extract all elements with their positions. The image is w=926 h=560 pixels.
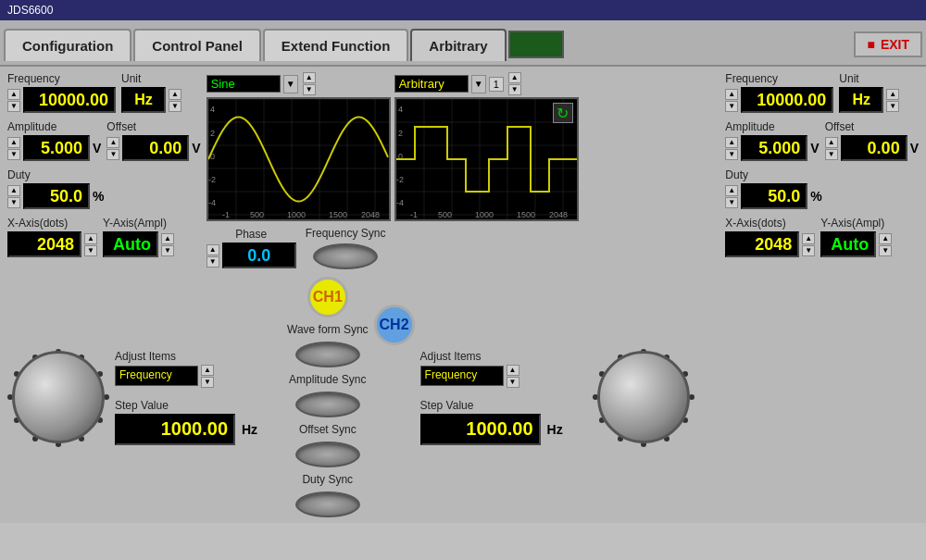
ch1-amp-unit: V	[93, 141, 101, 156]
ch1-adjust-label: Adjust Items	[115, 350, 282, 363]
ch2-freq-down[interactable]: ▼	[725, 101, 738, 112]
ch1-duty-down[interactable]: ▼	[7, 197, 20, 208]
ch2-adjust-up[interactable]: ▲	[507, 365, 519, 376]
ch2-adjust-label: Adjust Items	[420, 350, 587, 363]
ch1-unit-spinner[interactable]: ▲ ▼	[169, 89, 181, 112]
ch2-unit-up[interactable]: ▲	[886, 89, 899, 100]
ch2-step-unit: Hz	[547, 422, 563, 437]
ch1-knob[interactable]	[12, 351, 105, 443]
ch2-xaxis-up[interactable]: ▲	[802, 233, 815, 244]
ch2-offset-up[interactable]: ▲	[825, 137, 838, 148]
ch1-yaxis-label: Y-Axis(Ampl)	[103, 217, 174, 230]
center-sync-area: CH1 Wave form Sync Amplitude Sync Offset…	[287, 277, 369, 517]
graph1-waveform-dropdown[interactable]: Sine	[206, 75, 281, 93]
graph1-display	[206, 97, 391, 221]
phase-down[interactable]: ▼	[206, 256, 219, 268]
ch2-amp-spinner[interactable]: ▲ ▼	[725, 137, 738, 160]
ch1-amp-up[interactable]: ▲	[7, 137, 20, 148]
ch2-freq-spinner[interactable]: ▲ ▼	[725, 89, 738, 112]
ch1-offset-down[interactable]: ▼	[106, 149, 119, 160]
graph2-nav-spinner[interactable]: ▲ ▼	[508, 72, 521, 95]
graph1-dropdown-arrow[interactable]: ▼	[283, 75, 298, 93]
graph1-nav-spinner[interactable]: ▲ ▼	[303, 72, 316, 95]
ch2-amp-down[interactable]: ▼	[725, 149, 738, 160]
ch1-knob-container[interactable]	[7, 346, 109, 448]
ch2-knob[interactable]	[597, 351, 690, 443]
phase-label: Phase	[235, 228, 267, 241]
ch1-duty-spinner[interactable]: ▲ ▼	[7, 185, 20, 208]
offset-sync-button[interactable]	[295, 442, 360, 467]
freq-sync-button[interactable]	[313, 243, 378, 269]
duty-sync-label: Duty Sync	[302, 473, 353, 486]
ch2-block: Frequency ▲ ▼ 10000.00 Unit Hz ▲	[725, 72, 919, 257]
ch2-unit-down[interactable]: ▼	[886, 101, 899, 112]
ch1-xaxis-up[interactable]: ▲	[84, 233, 97, 244]
ch2-amp-up[interactable]: ▲	[725, 137, 738, 148]
ch2-offset-spinner[interactable]: ▲ ▼	[825, 137, 838, 160]
tab-configuration[interactable]: Configuration	[4, 29, 131, 61]
ch2-freq-unit: Hz	[839, 87, 883, 113]
ch2-xaxis-spinner[interactable]: ▲ ▼	[802, 233, 815, 256]
ch1-offset-label: Offset	[106, 120, 200, 133]
ch1-offset-spinner[interactable]: ▲ ▼	[106, 137, 119, 160]
ch1-xaxis-down[interactable]: ▼	[84, 245, 97, 256]
ch1-adjust-up[interactable]: ▲	[201, 365, 214, 376]
ch2-adjust-block: Adjust Items Frequency ▲ ▼ Step Value 10…	[420, 350, 587, 445]
ch1-freq-spinner[interactable]: ▲ ▼	[7, 89, 20, 112]
ch2-yaxis-down[interactable]: ▼	[879, 245, 892, 256]
ch1-xaxis-spinner[interactable]: ▲ ▼	[84, 233, 97, 256]
graph2-waveform-dropdown[interactable]: Arbitrary	[394, 75, 469, 93]
amp-sync-button[interactable]	[295, 392, 360, 417]
ch2-step-label: Step Value	[420, 399, 587, 412]
graph1-nav-down[interactable]: ▼	[303, 84, 316, 95]
ch1-block: Frequency ▲ ▼ 10000.00 Unit Hz ▲	[7, 72, 201, 257]
ch1-step-display: 1000.00	[115, 414, 235, 445]
ch2-duty-down[interactable]: ▼	[725, 197, 738, 208]
ch1-yaxis-spinner[interactable]: ▲ ▼	[161, 233, 174, 256]
graph2-nav-up[interactable]: ▲	[508, 72, 521, 83]
ch1-freq-display: 10000.00	[23, 87, 116, 113]
graph2-dropdown-arrow[interactable]: ▼	[471, 75, 486, 93]
ch2-unit-spinner[interactable]: ▲ ▼	[886, 89, 899, 112]
graph1-container: Sine ▼ ▲ ▼	[206, 72, 391, 221]
ch1-duty-up[interactable]: ▲	[7, 185, 20, 196]
ch2-adjust-dropdown[interactable]: Frequency	[420, 366, 504, 386]
phase-spinner[interactable]: ▲ ▼	[206, 244, 219, 268]
ch2-knob-container[interactable]	[593, 346, 694, 448]
ch2-adjust-down[interactable]: ▼	[507, 377, 519, 388]
ch1-step-unit: Hz	[242, 422, 257, 437]
ch1-adjust-spinner[interactable]: ▲ ▼	[201, 365, 214, 388]
ch1-freq-up[interactable]: ▲	[7, 89, 20, 100]
tab-control-panel[interactable]: Control Panel	[133, 29, 261, 61]
ch2-xaxis-down[interactable]: ▼	[802, 245, 815, 256]
ch2-duty-up[interactable]: ▲	[725, 185, 738, 196]
ch2-yaxis-up[interactable]: ▲	[879, 233, 892, 244]
graph2-nav-down[interactable]: ▼	[508, 84, 521, 95]
ch2-duty-spinner[interactable]: ▲ ▼	[725, 185, 738, 208]
ch1-unit-down[interactable]: ▼	[169, 101, 181, 112]
ch2-offset-down[interactable]: ▼	[825, 149, 838, 160]
ch1-adjust-dropdown[interactable]: Frequency	[115, 366, 198, 386]
tab-extend-function[interactable]: Extend Function	[263, 29, 409, 61]
ch1-freq-down[interactable]: ▼	[7, 101, 20, 112]
ch1-amp-down[interactable]: ▼	[7, 149, 20, 160]
ch1-yaxis-down[interactable]: ▼	[161, 245, 174, 256]
ch1-offset-up[interactable]: ▲	[106, 137, 119, 148]
ch2-freq-up[interactable]: ▲	[725, 89, 738, 100]
wave-sync-button[interactable]	[295, 342, 360, 367]
exit-icon: ■	[867, 37, 874, 52]
ch2-adjust-spinner[interactable]: ▲ ▼	[507, 365, 519, 388]
amp-sync-label: Amplitude Sync	[289, 373, 366, 386]
ch2-duty-unit: %	[810, 189, 821, 204]
graph2-refresh-btn[interactable]: ↻	[553, 103, 573, 123]
duty-sync-button[interactable]	[295, 492, 360, 517]
ch1-yaxis-up[interactable]: ▲	[161, 233, 174, 244]
ch1-unit-up[interactable]: ▲	[169, 89, 181, 100]
ch1-adjust-down[interactable]: ▼	[201, 377, 214, 388]
exit-button[interactable]: ■ EXIT	[854, 31, 922, 57]
ch1-amp-spinner[interactable]: ▲ ▼	[7, 137, 20, 160]
phase-up[interactable]: ▲	[206, 244, 219, 255]
graph1-nav-up[interactable]: ▲	[303, 72, 316, 83]
ch2-yaxis-spinner[interactable]: ▲ ▼	[879, 233, 892, 256]
tab-arbitrary[interactable]: Arbitrary	[410, 29, 506, 61]
